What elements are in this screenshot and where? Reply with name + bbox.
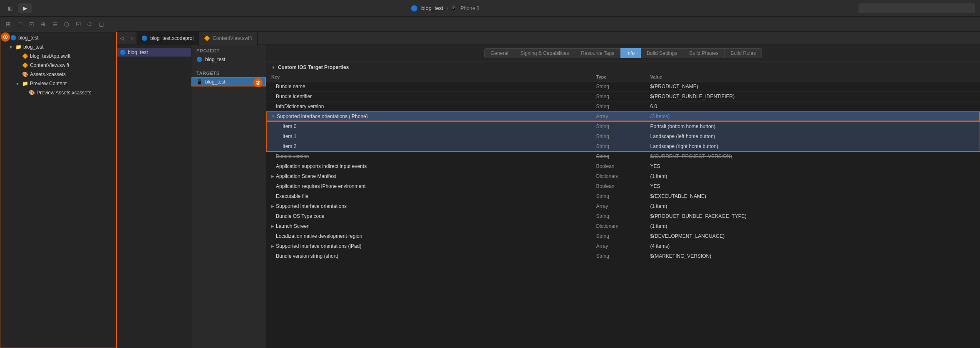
- project-section-header: PROJECT: [191, 45, 266, 55]
- title-bar-center: 🔵 blog_test › 📱 iPhone 8: [411, 5, 479, 12]
- val-item-0: Portrait (bottom home button): [650, 123, 975, 129]
- key-bundle-identifier: ▶ Bundle identifier: [271, 94, 596, 99]
- val-item-1: Landscape (left home button): [650, 133, 975, 139]
- row-orientations-general[interactable]: ▶ Supported interface orientations Array…: [266, 201, 980, 211]
- sidebar-item-preview-content[interactable]: ▼ 📁 Preview Content: [0, 79, 116, 88]
- row-launch-screen[interactable]: ▶ Launch Screen Dictionary (1 item): [266, 221, 980, 231]
- tab-build-phases[interactable]: Build Phases: [683, 48, 724, 58]
- row-bundle-version-short[interactable]: ▶ Bundle version string (short) String $…: [266, 251, 980, 261]
- diamond-icon[interactable]: ⬡: [62, 19, 72, 29]
- annotation-3-wrapper: ③ ▼ Supported interface orientations (iP…: [266, 111, 980, 151]
- filter-icon[interactable]: ⊕: [38, 19, 48, 29]
- device-icon: 📱: [451, 5, 457, 11]
- targets-section-header: TARGETS: [191, 67, 266, 77]
- square-icon[interactable]: ◻: [97, 19, 107, 29]
- group-folder-icon: 📁: [15, 44, 22, 50]
- row-infodict-version[interactable]: ▶ InfoDictionary version String 6.0: [266, 101, 980, 111]
- tab-info[interactable]: Info: [620, 48, 641, 58]
- sidebar-item-assets[interactable]: ▶ 🎨 Assets.xcassets: [0, 70, 116, 79]
- add-file-icon[interactable]: ☐: [15, 19, 25, 29]
- tab-build-rules[interactable]: Build Rules: [725, 48, 762, 58]
- fb-proj-label: blog_test: [128, 49, 148, 55]
- type-item-2: String: [596, 143, 650, 149]
- row-executable-file[interactable]: ▶ Executable file String $(EXECUTABLE_NA…: [266, 191, 980, 201]
- add-group-icon[interactable]: ⊡: [27, 19, 37, 29]
- sidebar-toggle-button[interactable]: ◧: [5, 3, 15, 13]
- row-orientations-ipad[interactable]: ▶ Supported interface orientations (iPad…: [266, 241, 980, 251]
- tree-arrow-group: ▼: [8, 45, 13, 49]
- sidebar-item-preview-assets[interactable]: ▶ 🎨 Preview Assets.xcassets: [0, 88, 116, 97]
- row-bundle-version[interactable]: ▶ Bundle version String $(CURRENT_PROJEC…: [266, 151, 980, 161]
- type-orientations-iphone: Array: [596, 114, 650, 119]
- tab-xcodeproj[interactable]: 🔵 blog_test.xcodeproj: [136, 32, 199, 45]
- type-bundle-version-short: String: [596, 253, 650, 259]
- val-item-2: Landscape (right home button): [650, 143, 975, 149]
- tab-resource-tags[interactable]: Resource Tags: [575, 48, 620, 58]
- tab-contentview-icon: 🔶: [204, 35, 210, 41]
- row-scene-manifest[interactable]: ▶ Application Scene Manifest Dictionary …: [266, 171, 980, 181]
- row-supported-orientations-iphone[interactable]: ▼ Supported interface orientations (iPho…: [266, 111, 980, 121]
- swift-file-icon-2: 🔶: [22, 62, 28, 68]
- panel-proj-label: blog_test: [205, 57, 226, 62]
- key-bundle-version-short: ▶ Bundle version string (short): [271, 253, 596, 259]
- val-scene-manifest: (1 item): [650, 173, 975, 179]
- tab-general[interactable]: General: [484, 48, 515, 58]
- row-item-0[interactable]: ▶ Item 0 String Portrait (bottom home bu…: [266, 121, 980, 131]
- tab-bar: ◁ ▷ 🔵 blog_test.xcodeproj 🔶 ContentView.…: [117, 32, 980, 45]
- file-browser: 🔵 blog_test: [117, 45, 191, 348]
- key-localization-region: ▶ Localization native development region: [271, 233, 596, 239]
- panel-proj-icon: 🔵: [196, 57, 203, 62]
- row-indirect-input[interactable]: ▶ Application supports indirect input ev…: [266, 161, 980, 171]
- key-bundle-os-type: ▶ Bundle OS Type code: [271, 213, 596, 219]
- tab-forward-button[interactable]: ▷: [127, 33, 136, 43]
- sidebar: ① ▼ 🔵 blog_test ▼ 📁 blog_test ▶ 🔶 blog_t…: [0, 32, 117, 348]
- type-item-1: String: [596, 133, 650, 139]
- sidebar-item-contentview[interactable]: ▶ 🔶 ContentView.swift: [0, 61, 116, 70]
- val-bundle-identifier: $(PRODUCT_BUNDLE_IDENTIFIER): [650, 94, 975, 99]
- swift-file-icon-1: 🔶: [22, 53, 28, 59]
- key-executable-file: ▶ Executable file: [271, 193, 596, 199]
- row-item-2[interactable]: ▶ Item 2 String Landscape (right home bu…: [266, 141, 980, 151]
- tab-signing[interactable]: Signing & Capabilities: [514, 48, 575, 58]
- val-bundle-name: $(PRODUCT_NAME): [650, 84, 975, 89]
- type-orientations-general: Array: [596, 203, 650, 209]
- sidebar-item-app-swift[interactable]: ▶ 🔶 blog_testApp.swift: [0, 52, 116, 61]
- val-iphone-env: YES: [650, 183, 975, 189]
- panel-target-icon: 📱: [196, 79, 203, 85]
- tab-build-settings[interactable]: Build Settings: [641, 48, 683, 58]
- tag-icon[interactable]: ⬭: [85, 19, 95, 29]
- key-item-2: ▶ Item 2: [271, 143, 596, 149]
- preview-folder-icon: 📁: [22, 81, 28, 86]
- warning-icon[interactable]: ☰: [50, 19, 60, 29]
- content-area: ◁ ▷ 🔵 blog_test.xcodeproj 🔶 ContentView.…: [117, 32, 980, 348]
- val-executable-file: $(EXECUTABLE_NAME): [650, 193, 975, 199]
- row-iphone-env[interactable]: ▶ Application requires iPhone environmen…: [266, 181, 980, 191]
- row-bundle-name[interactable]: ▶ Bundle name String $(PRODUCT_NAME): [266, 81, 980, 91]
- row-bundle-os-type[interactable]: ▶ Bundle OS Type code String $(PRODUCT_B…: [266, 211, 980, 221]
- sidebar-item-group[interactable]: ▼ 📁 blog_test: [0, 42, 116, 52]
- sidebar-contentview-label: ContentView.swift: [30, 62, 69, 68]
- grid-view-icon[interactable]: ⊞: [3, 19, 13, 29]
- sidebar-item-root[interactable]: ▼ 🔵 blog_test: [0, 33, 116, 42]
- col-header-type: Type: [596, 74, 650, 79]
- run-button[interactable]: ▶: [18, 3, 32, 13]
- section-header-custom-props[interactable]: ▼ Custom iOS Target Properties: [266, 62, 980, 73]
- panel-project-item[interactable]: 🔵 blog_test: [191, 55, 266, 64]
- row-bundle-identifier[interactable]: ▶ Bundle identifier String $(PRODUCT_BUN…: [266, 91, 980, 101]
- sidebar-assets-label: Assets.xcassets: [30, 72, 66, 77]
- search-bar[interactable]: [858, 3, 975, 13]
- section-title: Custom iOS Target Properties: [278, 64, 349, 70]
- val-bundle-version: $(CURRENT_PROJECT_VERSION): [650, 153, 975, 159]
- val-bundle-os-type: $(PRODUCT_BUNDLE_PACKAGE_TYPE): [650, 213, 975, 219]
- checkbox-icon[interactable]: ☑: [73, 19, 83, 29]
- col-header-value: Value: [650, 74, 975, 79]
- row-localization-region[interactable]: ▶ Localization native development region…: [266, 231, 980, 241]
- type-launch-screen: Dictionary: [596, 223, 650, 229]
- type-scene-manifest: Dictionary: [596, 173, 650, 179]
- row-item-1[interactable]: ▶ Item 1 String Landscape (left home but…: [266, 131, 980, 141]
- tab-back-button[interactable]: ◁: [117, 33, 127, 43]
- fb-item-blogtest[interactable]: 🔵 blog_test: [117, 48, 191, 57]
- type-executable-file: String: [596, 193, 650, 199]
- key-orientations-general: ▶ Supported interface orientations: [271, 203, 596, 209]
- tab-contentview[interactable]: 🔶 ContentView.swift: [199, 32, 258, 45]
